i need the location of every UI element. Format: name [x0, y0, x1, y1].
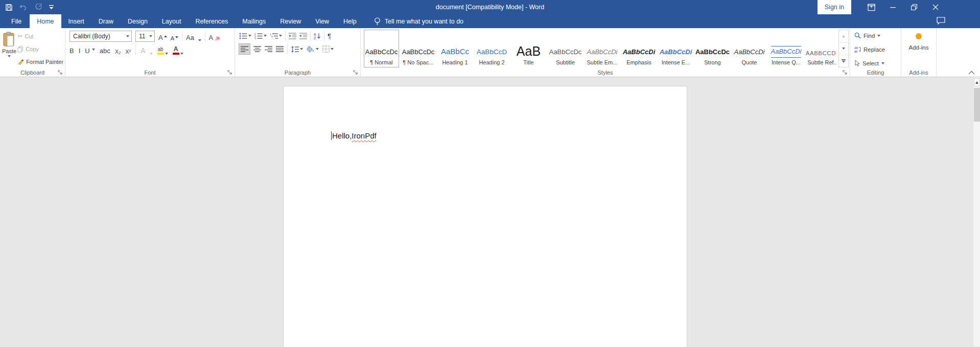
paste-button[interactable]: Paste [2, 31, 16, 67]
document-text-line[interactable]: Hello, IronPdf [331, 131, 377, 140]
scrollbar-thumb[interactable] [974, 88, 980, 122]
style-heading-1[interactable]: AaBbCcHeading 1 [437, 30, 473, 67]
font-dialog-launcher-icon[interactable] [227, 70, 232, 75]
decrease-indent-button[interactable] [289, 31, 296, 41]
highlight-yellow-bar [157, 53, 164, 55]
close-button[interactable] [925, 0, 946, 14]
ribbon-display-options-icon[interactable] [860, 0, 882, 14]
paragraph-dialog-launcher-icon[interactable] [353, 70, 358, 75]
collapse-ribbon-icon[interactable] [968, 71, 975, 75]
style-intense-quote[interactable]: AaBbCcDiIntense Q... [768, 30, 804, 67]
show-hide-pilcrow-button[interactable]: ¶ [328, 31, 331, 41]
vertical-scrollbar[interactable] [973, 77, 980, 346]
shrink-arrow-icon [175, 36, 178, 38]
restore-button[interactable] [903, 0, 925, 14]
format-painter-button[interactable]: Format Painter [17, 57, 63, 66]
document-canvas: Hello, IronPdf [0, 77, 980, 346]
line-spacing-button[interactable] [291, 44, 303, 54]
style-subtitle[interactable]: AaBbCcDcSubtitle [548, 30, 583, 67]
tab-draw[interactable]: Draw [91, 14, 121, 28]
minimize-button[interactable] [882, 0, 903, 14]
undo-icon[interactable] [19, 0, 28, 14]
style-heading-2[interactable]: AaBbCcDHeading 2 [474, 30, 509, 67]
bold-button[interactable]: B [69, 44, 74, 55]
text-effects-button[interactable]: A [141, 44, 152, 55]
italic-button[interactable]: I [79, 44, 81, 55]
document-page[interactable]: Hello, IronPdf [283, 86, 687, 347]
group-addins: Add-ins Add-ins [901, 28, 937, 77]
paragraph-group-label: Paragraph [235, 70, 360, 76]
addins-button[interactable]: Add-ins [909, 44, 929, 51]
sort-a: A [314, 33, 316, 36]
save-icon[interactable] [5, 0, 13, 14]
tell-me-box[interactable]: Tell me what you want to do [374, 14, 463, 28]
strikethrough-button[interactable]: abc [100, 44, 110, 55]
customize-qat-icon[interactable] [49, 0, 54, 14]
shading-button[interactable] [307, 44, 319, 54]
tab-insert[interactable]: Insert [61, 14, 91, 28]
style-normal[interactable]: AaBbCcDc¶ Normal [364, 30, 399, 67]
shrink-font-button[interactable]: A [171, 31, 178, 41]
align-left-button[interactable] [239, 44, 250, 54]
font-size-select[interactable]: 11 [135, 31, 155, 42]
addins-icon[interactable] [915, 32, 923, 40]
font-color-button[interactable]: A [173, 44, 183, 55]
style-no-spacing[interactable]: AaBbCcDc¶ No Spac... [401, 30, 436, 67]
scrollbar-up-icon[interactable] [974, 78, 980, 86]
sign-in-button[interactable]: Sign in [818, 0, 851, 14]
change-case-button[interactable]: Aa [186, 31, 201, 41]
style-quote[interactable]: AaBbCcDiQuote [732, 30, 767, 67]
group-clipboard: Paste ✂ Cut Copy Forma [0, 28, 65, 77]
tab-view[interactable]: View [308, 14, 336, 28]
style-gallery-scroll [838, 30, 849, 67]
redo-icon[interactable] [35, 0, 42, 14]
highlight-color-button[interactable]: ab [157, 44, 168, 55]
scissors-icon: ✂ [17, 33, 22, 40]
styles-dialog-launcher-icon[interactable] [843, 70, 848, 75]
tab-home[interactable]: Home [30, 14, 61, 28]
tab-references[interactable]: References [188, 14, 235, 28]
grow-font-button[interactable]: A [158, 31, 167, 41]
sort-button[interactable]: AZ [314, 31, 321, 41]
align-right-button[interactable] [265, 44, 272, 54]
style-subtle-emphasis[interactable]: AaBbCcDiSubtle Em... [585, 30, 620, 67]
borders-button[interactable] [322, 44, 334, 54]
style-scroll-up-icon[interactable] [839, 30, 848, 42]
subscript-button[interactable]: X₂ [115, 44, 121, 55]
tab-file[interactable]: File [3, 14, 30, 28]
bullets-button[interactable] [239, 31, 251, 41]
tab-mailings[interactable]: Mailings [235, 14, 273, 28]
style-gallery-more-icon[interactable] [839, 55, 848, 67]
multilevel-list-button[interactable]: 1ai [270, 31, 282, 41]
style-intense-emphasis[interactable]: AaBbCcDiIntense E... [658, 30, 693, 67]
find-button[interactable]: Find [854, 31, 900, 40]
select-button[interactable]: Select [854, 59, 900, 67]
tab-help[interactable]: Help [336, 14, 364, 28]
clipboard-dialog-launcher-icon[interactable] [58, 70, 63, 75]
numbering-button[interactable]: 123 [254, 31, 267, 41]
tab-layout[interactable]: Layout [155, 14, 189, 28]
style-subtle-reference[interactable]: AABBCCDESubtle Ref... [805, 30, 836, 67]
font-name-select[interactable]: Calibri (Body) [69, 31, 132, 42]
underline-button[interactable]: U [85, 44, 89, 55]
style-scroll-down-icon[interactable] [839, 42, 848, 55]
increase-indent-button[interactable] [299, 31, 307, 41]
comments-icon[interactable] [937, 17, 945, 25]
replace-button[interactable]: abac Replace [854, 45, 900, 54]
find-magnifier-icon [854, 32, 861, 39]
justify-button[interactable] [276, 44, 284, 54]
clear-formatting-button[interactable]: A [209, 31, 221, 41]
style-strong[interactable]: AaBbCcDcStrong [695, 30, 730, 67]
copy-button[interactable]: Copy [17, 44, 63, 54]
style-emphasis[interactable]: AaBbCcDiEmphasis [621, 30, 657, 67]
replace-icon: abac [854, 46, 861, 53]
style-title[interactable]: AaBTitle [511, 30, 546, 67]
cut-button[interactable]: ✂ Cut [17, 32, 63, 41]
underline-dropdown-icon[interactable] [92, 49, 95, 51]
tab-design[interactable]: Design [121, 14, 155, 28]
paste-dropdown-icon[interactable] [8, 55, 11, 57]
titlebar-controls: Sign in [818, 0, 946, 14]
superscript-button[interactable]: X² [125, 44, 131, 55]
tab-review[interactable]: Review [273, 14, 308, 28]
align-center-button[interactable] [253, 44, 261, 54]
